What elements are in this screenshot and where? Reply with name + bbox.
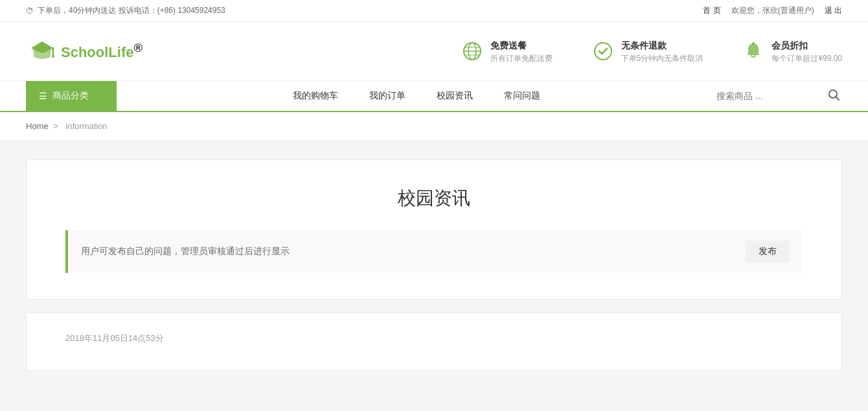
info-notice: 用户可发布自己的问题，管理员审核通过后进行显示 发布 bbox=[65, 230, 803, 273]
welcome-text: 欢迎您，张欣(普通用户) bbox=[731, 5, 814, 16]
nav-campus-info[interactable]: 校园资讯 bbox=[421, 81, 488, 111]
logout-link[interactable]: 退 出 bbox=[825, 5, 842, 16]
breadcrumb-current: information bbox=[66, 121, 108, 131]
breadcrumb-home[interactable]: Home bbox=[26, 121, 49, 131]
feature-free-delivery: 免费送餐 所有订单免配送费 bbox=[461, 39, 553, 64]
refund-text: 无条件退款 下单5分钟内无条件取消 bbox=[621, 39, 703, 64]
home-link[interactable]: 首 页 bbox=[703, 5, 720, 16]
clock-icon: ⏱ bbox=[26, 6, 34, 16]
refund-desc: 下单5分钟内无条件取消 bbox=[621, 53, 703, 64]
free-delivery-text: 免费送餐 所有订单免配送费 bbox=[490, 39, 553, 64]
search-input[interactable] bbox=[716, 91, 820, 101]
feature-discount: 会员折扣 每个订单超过¥99.00 bbox=[742, 39, 842, 64]
svg-line-12 bbox=[836, 97, 839, 100]
discount-title: 会员折扣 bbox=[771, 39, 842, 53]
breadcrumb-separator: > bbox=[53, 121, 58, 131]
logo-text: SchoolLife® bbox=[61, 41, 143, 61]
main-content: 校园资讯 用户可发布自己的问题，管理员审核通过后进行显示 发布 2018年11月… bbox=[0, 140, 868, 403]
notice-text: 用户可发布自己的问题，管理员审核通过后进行显示 bbox=[81, 246, 290, 257]
nav-orders[interactable]: 我的订单 bbox=[354, 81, 421, 111]
nav-category[interactable]: ☰ 商品分类 bbox=[26, 81, 117, 111]
nav-search bbox=[716, 86, 842, 106]
logo-svg-icon bbox=[26, 35, 58, 67]
delivery-info: 下单后，40分钟内送达 投诉电话：(+86) 13045924953 bbox=[38, 5, 225, 16]
nav-category-label: 商品分类 bbox=[52, 90, 89, 102]
free-delivery-title: 免费送餐 bbox=[490, 39, 553, 53]
top-bar-right: 首 页 欢迎您，张欣(普通用户) 退 出 bbox=[703, 5, 842, 16]
breadcrumb: Home > information bbox=[0, 112, 868, 140]
feature-refund: 无条件退款 下单5分钟内无条件取消 bbox=[591, 39, 703, 64]
logo-school: School bbox=[61, 45, 108, 61]
menu-icon: ☰ bbox=[39, 91, 47, 101]
logo-trademark: ® bbox=[133, 41, 143, 54]
globe-icon bbox=[461, 40, 484, 63]
svg-point-10 bbox=[752, 42, 755, 45]
nav: ☰ 商品分类 我的购物车 我的订单 校园资讯 常问问题 bbox=[0, 81, 868, 112]
header: SchoolLife® 免费送餐 所有订单免配送费 bbox=[0, 22, 868, 81]
nav-links: 我的购物车 我的订单 校园资讯 常问问题 bbox=[117, 81, 716, 111]
svg-point-3 bbox=[52, 55, 54, 58]
nav-cart[interactable]: 我的购物车 bbox=[277, 81, 354, 111]
discount-desc: 每个订单超过¥99.00 bbox=[771, 53, 842, 64]
discount-text: 会员折扣 每个订单超过¥99.00 bbox=[771, 39, 842, 64]
info-card: 校园资讯 用户可发布自己的问题，管理员审核通过后进行显示 发布 bbox=[26, 159, 842, 299]
top-bar: ⏱ 下单后，40分钟内送达 投诉电话：(+86) 13045924953 首 页… bbox=[0, 0, 868, 22]
logo-life: Life bbox=[108, 45, 133, 61]
svg-point-9 bbox=[595, 43, 611, 60]
svg-point-11 bbox=[829, 90, 837, 98]
article-card: 2018年11月05日14点53分 bbox=[26, 312, 842, 371]
bell-icon bbox=[742, 40, 765, 63]
publish-button[interactable]: 发布 bbox=[746, 241, 790, 263]
logo: SchoolLife® bbox=[26, 35, 143, 67]
search-button[interactable] bbox=[825, 86, 842, 106]
refund-title: 无条件退款 bbox=[621, 39, 703, 53]
article-date: 2018年11月05日14点53分 bbox=[65, 333, 803, 344]
search-icon bbox=[828, 89, 839, 100]
top-bar-left: ⏱ 下单后，40分钟内送达 投诉电话：(+86) 13045924953 bbox=[26, 5, 225, 16]
free-delivery-desc: 所有订单免配送费 bbox=[490, 53, 553, 64]
nav-faq[interactable]: 常问问题 bbox=[488, 81, 556, 111]
page-title: 校园资讯 bbox=[65, 186, 803, 211]
header-features: 免费送餐 所有订单免配送费 无条件退款 下单5分钟内无条件取消 bbox=[461, 39, 842, 64]
check-circle-icon bbox=[591, 40, 615, 63]
